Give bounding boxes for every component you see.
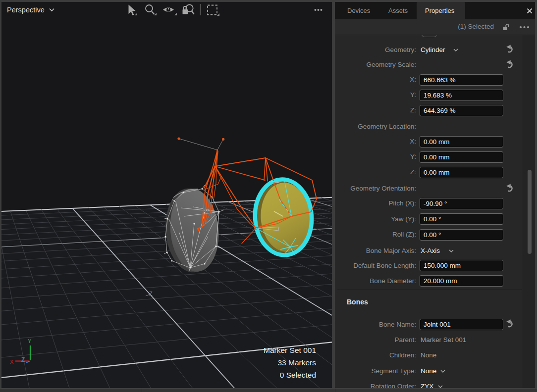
svg-text:Z: Z (21, 356, 25, 363)
svg-text:33 Markers: 33 Markers (277, 358, 316, 367)
svg-text:X: X (10, 359, 14, 365)
svg-text:0 Selected: 0 Selected (280, 371, 316, 379)
svg-text:Perspective: Perspective (7, 6, 45, 14)
svg-text:Marker Set 001: Marker Set 001 (264, 346, 316, 354)
svg-text:Z: Z (149, 291, 153, 296)
svg-text:Y: Y (28, 338, 32, 344)
